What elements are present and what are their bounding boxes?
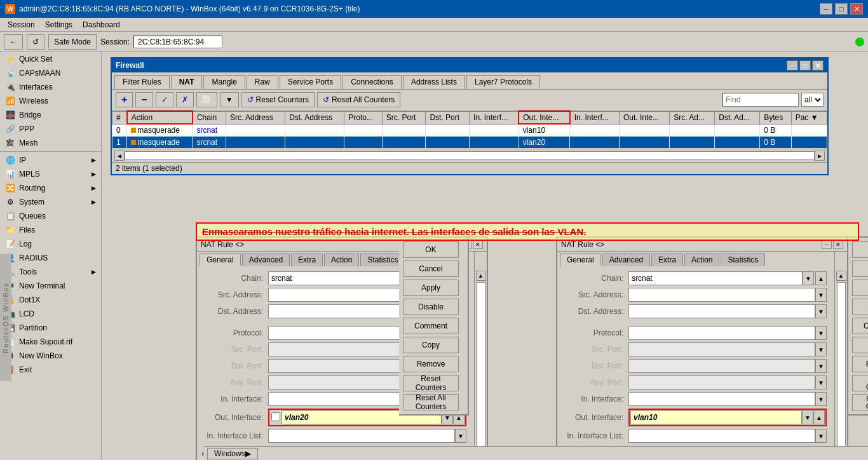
find-option-select[interactable]: all xyxy=(801,93,824,107)
nat-right-tab-general[interactable]: General xyxy=(560,254,601,266)
reset-all-counters-btn[interactable]: ↺ Reset All Counters xyxy=(317,92,400,107)
nat-right-reset-counters-btn[interactable]: Reset Counters xyxy=(852,375,868,391)
reset-counters-btn[interactable]: ↺ Reset Counters xyxy=(241,92,315,107)
table-row[interactable]: 0 masquerade srcnat vlan10 xyxy=(112,124,827,137)
fw-minimize-btn[interactable]: ─ xyxy=(787,60,798,71)
nat-right-dstport-input[interactable] xyxy=(628,359,815,373)
nat-left-reset-all-btn[interactable]: Reset All Counters xyxy=(403,394,459,410)
nat-right-anyport-input[interactable] xyxy=(628,375,815,389)
nat-right-src-input[interactable] xyxy=(628,288,815,302)
nat-right-chain-scroll[interactable]: ▲ xyxy=(815,271,827,285)
sidebar-item-lcd[interactable]: 📺 LCD xyxy=(0,307,101,321)
tab-raw[interactable]: Raw xyxy=(247,75,278,89)
sidebar-item-dot1x[interactable]: 🔒 Dot1X xyxy=(0,293,101,307)
nat-right-ok-btn[interactable]: OK xyxy=(852,241,868,258)
nat-right-dst-dropdown[interactable]: ▼ xyxy=(815,304,827,318)
sidebar-item-bridge[interactable]: 🌉 Bridge xyxy=(0,108,101,122)
nat-right-scroll-up[interactable]: ▲ xyxy=(836,271,846,281)
sidebar-item-files[interactable]: 📁 Files xyxy=(0,223,101,237)
nat-right-protocol-input[interactable] xyxy=(628,326,815,340)
sidebar-item-wireless[interactable]: 📶 Wireless xyxy=(0,94,101,108)
close-btn[interactable]: ✕ xyxy=(850,3,863,15)
tab-layer7[interactable]: Layer7 Protocols xyxy=(466,75,540,89)
tab-nat[interactable]: NAT xyxy=(171,75,203,89)
nat-right-tab-statistics[interactable]: Statistics xyxy=(721,254,765,266)
nat-right-src-dropdown[interactable]: ▼ xyxy=(815,288,827,302)
sidebar-item-radius[interactable]: 👤 RADIUS xyxy=(0,251,101,265)
menu-session[interactable]: Session xyxy=(3,19,40,30)
sidebar-item-exit[interactable]: 🚪 Exit xyxy=(0,363,101,377)
nat-right-copy-btn[interactable]: Copy xyxy=(852,337,868,353)
tab-service-ports[interactable]: Service Ports xyxy=(280,75,341,89)
table-scroll-right[interactable]: ► xyxy=(815,151,825,161)
back-btn[interactable]: ← xyxy=(4,34,23,50)
nat-right-apply-btn[interactable]: Apply xyxy=(852,280,868,296)
maximize-btn[interactable]: □ xyxy=(835,3,848,15)
sidebar-item-quick-set[interactable]: ⚡ Quick Set xyxy=(0,52,101,66)
nat-right-in-iface-input[interactable] xyxy=(628,392,815,406)
nat-right-tab-action[interactable]: Action xyxy=(684,254,719,266)
nat-right-chain-dropdown[interactable]: ▼ xyxy=(803,271,814,285)
delete-rule-btn[interactable]: ✗ xyxy=(176,92,194,107)
nat-right-remove-btn[interactable]: Remove xyxy=(852,356,868,372)
nat-left-comment-btn[interactable]: Comment xyxy=(403,318,459,334)
sidebar-item-mpls[interactable]: 📊 MPLS xyxy=(0,167,101,181)
nat-left-tab-extra[interactable]: Extra xyxy=(291,254,323,266)
menu-settings[interactable]: Settings xyxy=(40,19,78,30)
nat-right-in-iface-list-dropdown[interactable]: ▼ xyxy=(815,429,827,443)
nat-right-dst-input[interactable] xyxy=(628,304,815,318)
tab-filter-rules[interactable]: Filter Rules xyxy=(114,75,170,89)
sidebar-item-queues[interactable]: 📋 Queues xyxy=(0,209,101,223)
sidebar-item-capsman[interactable]: 📡 CAPsMAAN xyxy=(0,66,101,80)
fw-maximize-btn[interactable]: □ xyxy=(799,60,811,71)
table-row[interactable]: 1 masquerade srcnat vlan20 xyxy=(112,137,827,149)
edit-rule-btn[interactable]: ✓ xyxy=(156,92,173,107)
sidebar-item-routing[interactable]: 🔀 Routing xyxy=(0,181,101,195)
nat-left-in-iface-list-input[interactable] xyxy=(268,429,455,443)
sidebar-item-make-supout[interactable]: 📄 Make Supout.rif xyxy=(0,335,101,349)
sidebar-item-partition[interactable]: 💾 Partition xyxy=(0,321,101,335)
nat-right-out-iface-scroll[interactable]: ▲ xyxy=(813,410,825,424)
tab-mangle[interactable]: Mangle xyxy=(203,75,245,89)
nat-right-minimize[interactable]: ─ xyxy=(822,240,832,249)
sidebar-item-ip[interactable]: 🌐 IP xyxy=(0,153,101,167)
nat-left-disable-btn[interactable]: Disable xyxy=(403,299,459,315)
nat-left-tab-statistics[interactable]: Statistics xyxy=(360,254,405,266)
nat-right-tab-advanced[interactable]: Advanced xyxy=(602,254,650,266)
nat-right-in-iface-list-input[interactable] xyxy=(628,429,815,443)
nat-left-tab-general[interactable]: General xyxy=(200,254,241,266)
nat-left-out-iface-check[interactable] xyxy=(271,412,280,421)
safe-mode-btn[interactable]: Safe Mode xyxy=(48,34,97,50)
nat-left-scroll-up[interactable]: ▲ xyxy=(476,271,486,281)
nat-right-reset-all-btn[interactable]: Reset All Counters xyxy=(852,394,868,410)
sidebar-item-ppp[interactable]: 🔗 PPP xyxy=(0,122,101,136)
nat-left-reset-counters-btn[interactable]: Reset Counters xyxy=(403,375,459,391)
remove-rule-btn[interactable]: − xyxy=(135,92,153,107)
nat-right-disable-btn[interactable]: Disable xyxy=(852,299,868,315)
nat-right-protocol-dropdown[interactable]: ▼ xyxy=(815,326,827,340)
tab-connections[interactable]: Connections xyxy=(342,75,402,89)
sidebar-item-mesh[interactable]: 🕸 Mesh xyxy=(0,136,101,150)
nat-left-remove-btn[interactable]: Remove xyxy=(403,356,459,372)
add-rule-btn[interactable]: + xyxy=(116,92,133,107)
fw-close-btn[interactable]: ✕ xyxy=(812,60,824,71)
nat-left-close[interactable]: ✕ xyxy=(473,240,483,249)
copy-rule-btn[interactable]: ⬜ xyxy=(196,92,217,107)
nat-right-out-iface-input[interactable] xyxy=(630,410,802,424)
filter-btn[interactable]: ▼ xyxy=(220,92,239,107)
find-input[interactable] xyxy=(722,93,799,107)
sidebar-item-interfaces[interactable]: 🔌 Interfaces xyxy=(0,80,101,94)
forward-btn[interactable]: ↺ xyxy=(27,34,44,50)
nat-left-cancel-btn[interactable]: Cancel xyxy=(403,260,459,277)
menu-dashboard[interactable]: Dashboard xyxy=(78,19,125,30)
windows-btn[interactable]: Windows ▶ xyxy=(207,448,258,459)
sidebar-item-tools[interactable]: 🔧 Tools xyxy=(0,265,101,279)
nat-right-out-iface-dropdown[interactable]: ▼ xyxy=(802,410,813,424)
nat-right-in-iface-dropdown[interactable]: ▼ xyxy=(815,392,827,406)
nat-right-chain-input[interactable] xyxy=(628,271,803,285)
nat-right-anyport-dropdown[interactable]: ▼ xyxy=(815,375,827,389)
nat-left-in-iface-list-dropdown[interactable]: ▼ xyxy=(455,429,466,443)
sidebar-item-new-terminal[interactable]: 💻 New Terminal xyxy=(0,279,101,293)
nat-right-dstport-dropdown[interactable]: ▼ xyxy=(815,359,827,373)
nat-left-tab-action[interactable]: Action xyxy=(324,254,359,266)
